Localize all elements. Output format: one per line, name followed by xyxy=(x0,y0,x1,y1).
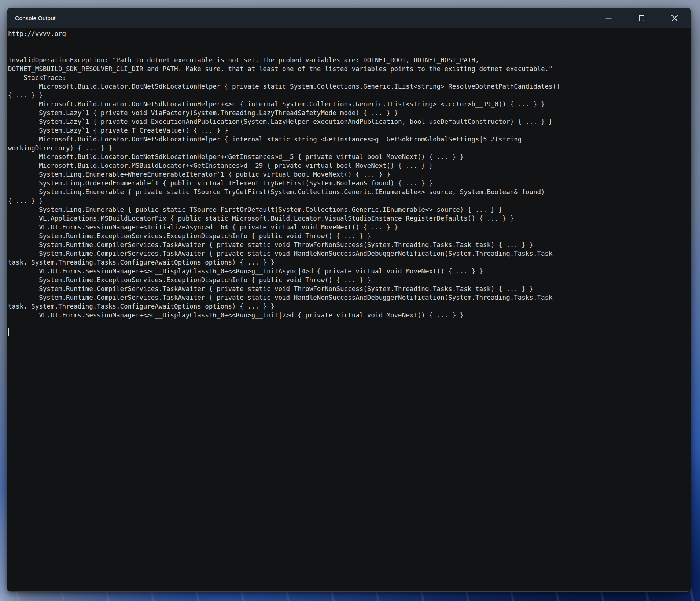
window-controls xyxy=(592,8,691,28)
window-title: Console Output xyxy=(7,15,56,22)
minimize-button[interactable] xyxy=(592,8,625,28)
close-icon xyxy=(671,15,678,22)
maximize-button[interactable] xyxy=(625,8,658,28)
close-button[interactable] xyxy=(658,8,691,28)
vvvv-link[interactable]: http://vvvv.org xyxy=(8,29,66,38)
minimize-icon xyxy=(605,18,612,19)
console-output-area[interactable]: http://vvvv.org InvalidOperationExceptio… xyxy=(7,28,691,591)
title-bar[interactable]: Console Output xyxy=(7,8,691,28)
text-cursor xyxy=(8,328,9,336)
stack-trace-text: InvalidOperationException: "Path to dotn… xyxy=(8,38,690,320)
maximize-icon xyxy=(638,15,645,22)
console-window: Console Output xyxy=(7,8,691,592)
